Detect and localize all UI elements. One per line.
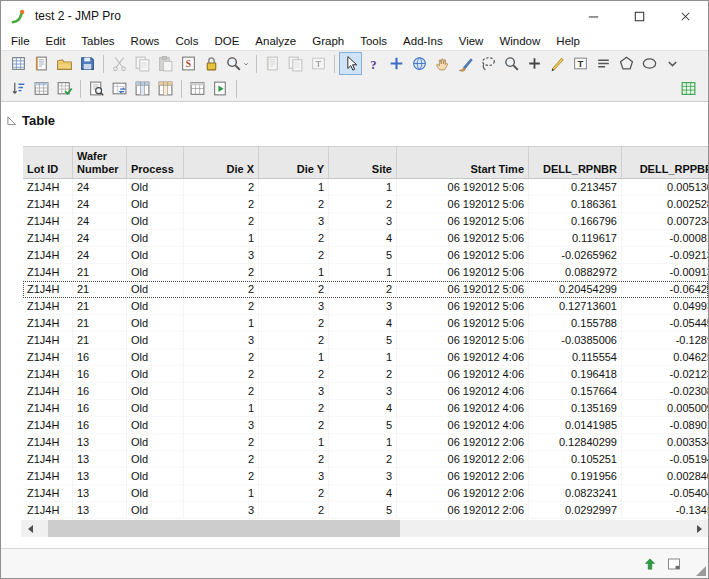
script-icon[interactable]: S bbox=[177, 52, 200, 75]
table-cell[interactable]: 2 bbox=[184, 468, 259, 485]
horizontal-scrollbar[interactable] bbox=[21, 520, 708, 537]
table-cell[interactable]: 0.20454299 bbox=[529, 281, 622, 298]
table-cell[interactable]: 06 192012 2:06 bbox=[397, 451, 529, 468]
table-row[interactable]: Z1J4H13Old12406 192012 2:060.0823241-0.0… bbox=[23, 485, 708, 502]
table-cell[interactable]: Old bbox=[127, 264, 184, 281]
table-cell[interactable]: 4 bbox=[329, 315, 397, 332]
grabber-hand-icon[interactable] bbox=[431, 52, 454, 75]
table-cell[interactable]: 24 bbox=[73, 213, 127, 230]
table-cell[interactable]: 2 bbox=[259, 417, 329, 434]
table-cell[interactable]: Old bbox=[127, 213, 184, 230]
table-cell[interactable]: Z1J4H bbox=[23, 502, 73, 519]
table-row[interactable]: Z1J4H13Old21106 192012 2:060.128402990.0… bbox=[23, 434, 708, 451]
column-header-process[interactable]: Process bbox=[127, 147, 184, 178]
table-cell[interactable]: 21 bbox=[73, 281, 127, 298]
table-cell[interactable]: 2 bbox=[184, 298, 259, 315]
column-header-die-y[interactable]: Die Y bbox=[259, 147, 329, 178]
table-cell[interactable]: Old bbox=[127, 230, 184, 247]
maximize-button[interactable] bbox=[616, 1, 662, 31]
table-cell[interactable]: 0.04625 bbox=[622, 349, 708, 366]
column-header-lot-id[interactable]: Lot ID bbox=[23, 147, 73, 178]
table-cell[interactable]: -0.08901 bbox=[622, 417, 708, 434]
table-cell[interactable]: 0.002846 bbox=[622, 468, 708, 485]
table-cell[interactable]: 2 bbox=[329, 281, 397, 298]
table-cell[interactable]: Z1J4H bbox=[23, 179, 73, 196]
menu-item-view[interactable]: View bbox=[451, 33, 492, 49]
table-cell[interactable]: 5 bbox=[329, 502, 397, 519]
table-cell[interactable]: Old bbox=[127, 434, 184, 451]
journal-icon[interactable] bbox=[261, 52, 284, 75]
table-cell[interactable]: 3 bbox=[259, 213, 329, 230]
table-cell[interactable]: 3 bbox=[329, 213, 397, 230]
table-row[interactable]: Z1J4H13Old23306 192012 2:060.1919560.002… bbox=[23, 468, 708, 485]
run-script-icon[interactable] bbox=[209, 77, 232, 100]
table-cell[interactable]: Z1J4H bbox=[23, 213, 73, 230]
scrollbar-track[interactable] bbox=[38, 520, 691, 537]
table-window-icon[interactable] bbox=[677, 77, 700, 100]
table-cell[interactable]: 0.186361 bbox=[529, 196, 622, 213]
save-icon[interactable] bbox=[76, 52, 99, 75]
table-cell[interactable]: 1 bbox=[184, 400, 259, 417]
table-cell[interactable]: 06 192012 5:06 bbox=[397, 196, 529, 213]
table-cell[interactable]: -0.02308 bbox=[622, 383, 708, 400]
menu-item-add-ins[interactable]: Add-Ins bbox=[395, 33, 451, 49]
table-row[interactable]: Z1J4H16Old12406 192012 4:060.1351690.005… bbox=[23, 400, 708, 417]
menu-item-edit[interactable]: Edit bbox=[38, 33, 74, 49]
new-data-table-icon[interactable] bbox=[7, 52, 30, 75]
table-cell[interactable]: 13 bbox=[73, 434, 127, 451]
table-row[interactable]: Z1J4H16Old23306 192012 4:060.157664-0.02… bbox=[23, 383, 708, 400]
table-cell[interactable]: 24 bbox=[73, 179, 127, 196]
table-cell[interactable]: 0.105251 bbox=[529, 451, 622, 468]
table-cell[interactable]: 2 bbox=[184, 179, 259, 196]
table-cell[interactable]: 13 bbox=[73, 502, 127, 519]
table-cell[interactable]: 4 bbox=[329, 400, 397, 417]
table-cell[interactable]: Z1J4H bbox=[23, 468, 73, 485]
table-cell[interactable]: 0.003534 bbox=[622, 434, 708, 451]
table-cell[interactable]: Z1J4H bbox=[23, 366, 73, 383]
table-cell[interactable]: Old bbox=[127, 502, 184, 519]
menu-item-graph[interactable]: Graph bbox=[304, 33, 352, 49]
table-cell[interactable]: 0.135169 bbox=[529, 400, 622, 417]
table-row[interactable]: Z1J4H16Old21106 192012 4:060.1155540.046… bbox=[23, 349, 708, 366]
table-cell[interactable]: 0.007234 bbox=[622, 213, 708, 230]
table-row[interactable]: Z1J4H24Old22206 192012 5:060.1863610.002… bbox=[23, 196, 708, 213]
magnifier-tool-icon[interactable] bbox=[500, 52, 523, 75]
toolbar-overflow-icon[interactable] bbox=[661, 52, 684, 75]
menu-item-help[interactable]: Help bbox=[548, 33, 588, 49]
table-cell[interactable]: Old bbox=[127, 485, 184, 502]
table-cell[interactable]: 06 192012 5:06 bbox=[397, 213, 529, 230]
table-cell[interactable]: 2 bbox=[259, 451, 329, 468]
table-cell[interactable]: Old bbox=[127, 366, 184, 383]
table-cell[interactable]: -0.1345 bbox=[622, 502, 708, 519]
table-cell[interactable]: 06 192012 5:06 bbox=[397, 298, 529, 315]
table-cell[interactable]: 06 192012 2:06 bbox=[397, 502, 529, 519]
table-cell[interactable]: 3 bbox=[184, 502, 259, 519]
table-cell[interactable]: 2 bbox=[184, 349, 259, 366]
menu-item-cols[interactable]: Cols bbox=[167, 33, 206, 49]
close-button[interactable] bbox=[662, 1, 708, 31]
table-cell[interactable]: 2 bbox=[259, 230, 329, 247]
table-cell[interactable]: Z1J4H bbox=[23, 400, 73, 417]
table-row[interactable]: Z1J4H13Old32506 192012 2:060.0292997-0.1… bbox=[23, 502, 708, 519]
table-cell[interactable]: 2 bbox=[259, 502, 329, 519]
oval-tool-icon[interactable] bbox=[638, 52, 661, 75]
scroll-right-icon[interactable] bbox=[691, 520, 708, 537]
table-cell[interactable]: 0.0292997 bbox=[529, 502, 622, 519]
scroll-left-icon[interactable] bbox=[21, 520, 38, 537]
table-cell[interactable]: 1 bbox=[329, 179, 397, 196]
table-cell[interactable]: Old bbox=[127, 315, 184, 332]
table-cell[interactable]: 3 bbox=[184, 417, 259, 434]
table-cell[interactable]: 06 192012 4:06 bbox=[397, 366, 529, 383]
table-cell[interactable]: 2 bbox=[259, 332, 329, 349]
column-header-start-time[interactable]: Start Time bbox=[397, 147, 529, 178]
table-cell[interactable]: Z1J4H bbox=[23, 298, 73, 315]
menu-item-file[interactable]: File bbox=[3, 33, 38, 49]
data-grid-icon[interactable] bbox=[30, 77, 53, 100]
table-cell[interactable]: 06 192012 4:06 bbox=[397, 383, 529, 400]
table-cell[interactable]: 06 192012 5:06 bbox=[397, 332, 529, 349]
table-cell[interactable]: Z1J4H bbox=[23, 417, 73, 434]
table-cell[interactable]: 1 bbox=[259, 264, 329, 281]
brush-tool-icon[interactable] bbox=[454, 52, 477, 75]
table-cell[interactable]: 4 bbox=[329, 230, 397, 247]
table-cell[interactable]: Z1J4H bbox=[23, 332, 73, 349]
